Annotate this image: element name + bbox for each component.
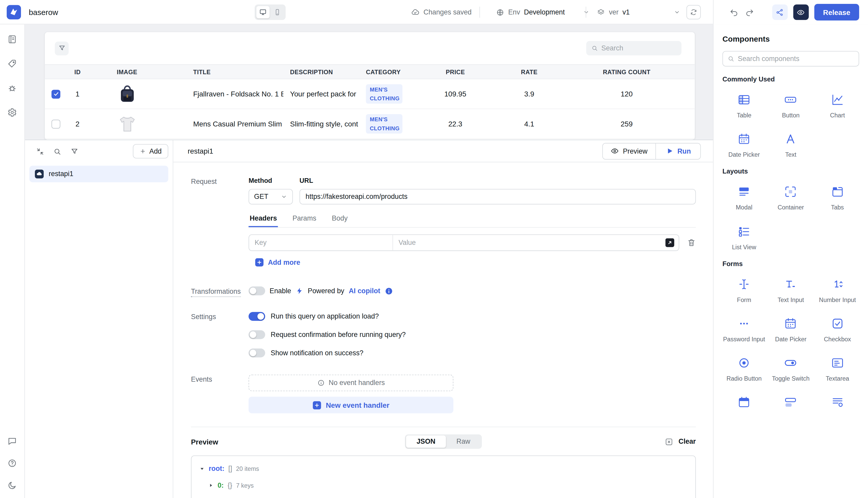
release-button[interactable]: Release	[814, 4, 859, 21]
json-tree-row[interactable]: 0:{}7 keys	[208, 477, 688, 494]
clear-icon[interactable]	[665, 437, 673, 446]
inspector-icon[interactable]	[7, 59, 17, 69]
info-icon[interactable]	[385, 287, 393, 295]
column-header[interactable]: RATE	[498, 65, 560, 79]
json-tab[interactable]: JSON	[406, 435, 446, 448]
version-selector[interactable]: ver v1	[597, 0, 680, 24]
version-value: v1	[622, 8, 629, 16]
component-item-toggle-switch[interactable]: Toggle Switch	[769, 356, 812, 382]
header-key-input[interactable]	[249, 235, 393, 251]
query-list-item[interactable]: restapi1	[29, 166, 168, 182]
component-item-text[interactable]: Text	[769, 133, 812, 159]
search-icon[interactable]	[53, 147, 62, 155]
expand-editor-icon[interactable]	[665, 238, 674, 247]
sync-button[interactable]	[687, 5, 701, 19]
component-item-date-picker[interactable]: Date Picker	[722, 133, 766, 159]
caret-right-icon[interactable]	[208, 483, 214, 488]
add-more-button[interactable]: Add more	[255, 258, 300, 266]
component-item-text-input[interactable]: Text Input	[769, 277, 812, 304]
component-item-form[interactable]: Form	[722, 277, 766, 304]
json-tree-row[interactable]: root:[]20 items	[199, 460, 688, 477]
json-bracket: {}	[228, 482, 232, 489]
app-logo-icon[interactable]	[7, 5, 21, 19]
desktop-view-button[interactable]	[256, 6, 269, 18]
filter-icon[interactable]	[70, 147, 79, 155]
row-checkbox[interactable]	[51, 90, 60, 98]
column-header[interactable]: DESCRIPTION	[283, 65, 358, 79]
new-event-handler-button[interactable]: New event handler	[248, 397, 453, 413]
table-widget[interactable]: IDIMAGETITLEDESCRIPTIONCATEGORYPRICERATE…	[44, 31, 695, 140]
component-item-list-view[interactable]: List View	[722, 225, 766, 251]
transformations-toggle[interactable]	[248, 287, 265, 295]
mobile-view-button[interactable]	[271, 6, 284, 18]
no-event-handlers: No event handlers	[248, 375, 453, 391]
method-select[interactable]: GET	[248, 189, 293, 205]
version-label: ver	[609, 8, 619, 16]
component-item[interactable]	[816, 396, 859, 415]
tab-body[interactable]: Body	[331, 214, 349, 227]
tab-headers[interactable]: Headers	[248, 214, 278, 227]
table-body: 1Fjallraven - Foldsack No. 1 BYour perfe…	[45, 79, 695, 139]
column-header[interactable]: CATEGORY	[358, 65, 412, 79]
table-search-input[interactable]	[601, 44, 677, 52]
component-item-radio-button[interactable]: Radio Button	[722, 356, 766, 382]
component-item[interactable]	[722, 396, 766, 415]
component-item[interactable]	[769, 396, 812, 415]
preview-header: Preview JSON Raw Clear	[191, 433, 696, 450]
setting-toggle[interactable]	[248, 330, 265, 339]
table-row[interactable]: 1Fjallraven - Foldsack No. 1 BYour perfe…	[45, 79, 695, 109]
app-preview-button[interactable]	[793, 4, 809, 20]
components-search-input[interactable]	[738, 55, 854, 63]
transformations-section: Transformations Enable Powered by AI cop…	[191, 287, 696, 295]
environment-selector[interactable]: Env Development	[496, 0, 590, 24]
setting-toggle[interactable]	[248, 349, 265, 357]
clear-button[interactable]: Clear	[679, 438, 696, 446]
theme-toggle-icon[interactable]	[7, 481, 17, 490]
add-query-button[interactable]: Add	[133, 144, 168, 158]
ai-copilot-link[interactable]: AI copilot	[349, 287, 380, 295]
transformations-label: Transformations	[191, 287, 248, 295]
component-item-tabs[interactable]: Tabs	[816, 185, 859, 211]
table-row[interactable]: 2Mens Casual Premium Slim FSlim-fitting …	[45, 109, 695, 139]
component-item-checkbox[interactable]: Checkbox	[816, 317, 859, 343]
row-checkbox[interactable]	[51, 119, 60, 128]
undo-button[interactable]	[729, 7, 739, 17]
column-header[interactable]: IMAGE	[90, 65, 164, 79]
debugger-icon[interactable]	[7, 83, 17, 93]
header-value-input[interactable]	[393, 235, 665, 251]
help-icon[interactable]	[7, 458, 17, 468]
json-tree-row[interactable]: 1:{}7 keys	[208, 494, 688, 498]
table-filter-button[interactable]	[55, 41, 69, 55]
json-key: 0:	[218, 482, 224, 489]
setting-toggle[interactable]	[248, 312, 265, 320]
column-header[interactable]: PRICE	[412, 65, 498, 79]
run-query-button[interactable]: Run	[656, 143, 700, 159]
raw-tab[interactable]: Raw	[446, 435, 481, 448]
collapse-panel-icon[interactable]	[36, 147, 44, 155]
component-item-button[interactable]: Button	[769, 93, 812, 119]
column-header[interactable]: TITLE	[164, 65, 283, 79]
url-input[interactable]	[299, 189, 696, 205]
preview-query-button[interactable]: Preview	[603, 143, 656, 159]
column-header[interactable]: ID	[65, 65, 90, 79]
component-item-date-picker[interactable]: Date Picker	[769, 317, 812, 343]
tab-params[interactable]: Params	[291, 214, 317, 227]
component-item-chart[interactable]: Chart	[816, 93, 859, 119]
cell-id: 2	[65, 109, 90, 139]
component-item-container[interactable]: Container	[769, 185, 812, 211]
column-header[interactable]: RATING COUNT	[560, 65, 693, 79]
chat-icon[interactable]	[7, 436, 17, 446]
component-item-number-input[interactable]: Number Input	[816, 277, 859, 304]
cell-title: Fjallraven - Foldsack No. 1 B	[164, 79, 283, 109]
redo-button[interactable]	[745, 7, 755, 17]
settings-icon[interactable]	[7, 107, 17, 118]
pages-icon[interactable]	[7, 35, 17, 44]
caret-down-icon[interactable]	[199, 466, 205, 471]
component-item-modal[interactable]: Modal	[722, 185, 766, 211]
component-item-table[interactable]: Table	[722, 93, 766, 119]
component-item-password-input[interactable]: Password Input	[722, 317, 766, 343]
trash-icon[interactable]	[687, 238, 696, 247]
component-item-textarea[interactable]: Textarea	[816, 356, 859, 382]
share-button[interactable]	[772, 4, 788, 20]
table-header-row: IDIMAGETITLEDESCRIPTIONCATEGORYPRICERATE…	[45, 64, 695, 79]
